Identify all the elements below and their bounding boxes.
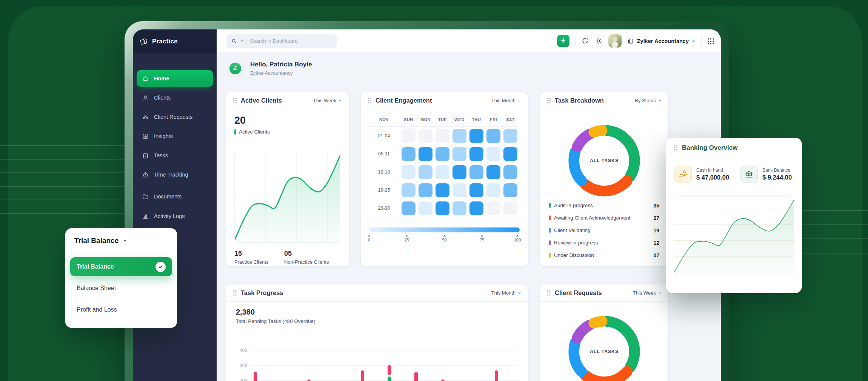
heatmap-cell bbox=[400, 199, 417, 217]
task-breakdown-filter[interactable]: By Status bbox=[635, 98, 662, 103]
scale-tick-label: 50 bbox=[442, 238, 446, 242]
drag-handle-icon[interactable] bbox=[233, 97, 237, 104]
client-requests-filter[interactable]: This Week bbox=[633, 290, 662, 296]
scale-marker-icon bbox=[481, 235, 483, 237]
settings-gear-icon[interactable] bbox=[595, 37, 603, 45]
active-clients-card: Active Clients This Week 20 Active Clien… bbox=[226, 92, 349, 267]
org-chevron-icon bbox=[692, 39, 696, 43]
report-dropdown: Trial Balance Trial BalanceBalance Sheet… bbox=[65, 228, 177, 328]
heatmap-cell-value bbox=[452, 165, 466, 179]
legend-swatch bbox=[549, 253, 551, 258]
heatmap-col-mon: MON bbox=[417, 112, 434, 127]
device-frame: Practice HomeClientsClient RequestsInsig… bbox=[125, 21, 729, 381]
legend-item-client-validating: Client Validating19 bbox=[549, 224, 659, 237]
practice-logo-icon bbox=[140, 37, 148, 46]
task-bar bbox=[388, 365, 391, 375]
heatmap-row-05-11: 05-11 bbox=[368, 145, 400, 163]
bank-balance-value: $ 9.244.00 bbox=[762, 174, 792, 181]
heatmap-row-12-18: 12-18 bbox=[368, 163, 400, 181]
heatmap-cell-value bbox=[452, 147, 466, 161]
heatmap-scale: 0255075100 bbox=[369, 227, 520, 246]
client-engagement-filter[interactable]: This Month bbox=[491, 98, 521, 103]
sidebar-item-activity-logs[interactable]: Activity Logs bbox=[137, 208, 213, 224]
search-icon bbox=[231, 38, 237, 44]
heatmap-cell-value bbox=[486, 201, 500, 215]
bank-icon bbox=[740, 166, 758, 183]
org-switcher[interactable]: Zylker Accountancy bbox=[627, 38, 696, 45]
heatmap-cell bbox=[451, 181, 468, 199]
heatmap-cell bbox=[417, 127, 434, 145]
heatmap-cell bbox=[451, 145, 468, 163]
sidebar-item-tasks[interactable]: Tasks bbox=[137, 147, 213, 164]
heatmap-scale-ticks: 0255075100 bbox=[369, 235, 520, 246]
heatmap-cell-value bbox=[419, 201, 432, 215]
cash-in-hand-label: Cash in hand bbox=[696, 167, 729, 173]
sidebar-item-time-tracking[interactable]: Time Tracking bbox=[137, 166, 213, 183]
user-avatar[interactable] bbox=[608, 34, 622, 48]
heatmap-cell bbox=[400, 181, 417, 199]
search-divider bbox=[246, 38, 247, 45]
sidebar-header: Practice bbox=[133, 29, 217, 54]
sidebar-item-home[interactable]: Home bbox=[137, 70, 213, 87]
drag-handle-icon[interactable] bbox=[674, 144, 678, 151]
client-requests-card: Client Requests This Week ALL TASKS bbox=[540, 284, 669, 381]
heatmap-cell bbox=[400, 163, 417, 181]
apps-grid-icon[interactable] bbox=[707, 38, 714, 45]
card-title: Active Clients bbox=[241, 97, 282, 104]
user-icon bbox=[142, 94, 149, 101]
search-scope-chevron-icon[interactable] bbox=[240, 39, 243, 43]
donut-center-label: ALL TASKS bbox=[567, 315, 641, 381]
legend-value: 12 bbox=[653, 240, 659, 246]
heatmap-col-sun: SUN bbox=[400, 112, 417, 127]
sidebar-item-client-requests[interactable]: Client Requests bbox=[137, 109, 213, 125]
non-practice-clients-label: Non-Practice Clients bbox=[284, 259, 329, 265]
sidebar-item-insights[interactable]: Insights bbox=[137, 128, 213, 144]
report-dropdown-header[interactable]: Trial Balance bbox=[65, 228, 177, 251]
legend-value: 19 bbox=[653, 227, 659, 234]
heatmap-cell bbox=[400, 127, 417, 145]
pending-tasks-label: Total Pending Tasks (480 Overdue) bbox=[236, 318, 528, 324]
quick-create-button[interactable] bbox=[557, 35, 569, 47]
engagement-heatmap: NOVSUNMONTUEWEDTHUFRISAT01-0405-1112-181… bbox=[361, 112, 528, 217]
report-option-label: Trial Balance bbox=[77, 263, 114, 270]
drag-handle-icon[interactable] bbox=[368, 97, 372, 104]
drag-handle-icon[interactable] bbox=[547, 290, 551, 296]
heatmap-cell-value bbox=[469, 165, 483, 179]
sidebar-nav: HomeClientsClient RequestsInsightsTasksT… bbox=[133, 54, 217, 227]
report-option-profit-and-loss[interactable]: Profit and Loss bbox=[70, 300, 172, 319]
search-input[interactable]: Search in Dashboard bbox=[226, 34, 337, 48]
task-progress-filter[interactable]: This Month bbox=[491, 290, 521, 296]
report-option-trial-balance[interactable]: Trial Balance bbox=[70, 257, 172, 276]
card-title: Task Breakdown bbox=[555, 97, 604, 104]
gridline bbox=[251, 380, 519, 381]
heatmap-cell bbox=[485, 163, 502, 181]
active-clients-filter[interactable]: This Week bbox=[313, 98, 342, 103]
heatmap-cell bbox=[434, 199, 451, 217]
report-option-balance-sheet[interactable]: Balance Sheet bbox=[70, 279, 172, 298]
heatmap-col-sat: SAT bbox=[502, 112, 519, 127]
task-bar-overdue bbox=[388, 376, 391, 381]
chevron-down-icon bbox=[123, 238, 127, 243]
notifications-icon[interactable] bbox=[581, 37, 589, 45]
task-bar bbox=[307, 379, 311, 381]
legend-value: 07 bbox=[653, 252, 659, 258]
legend-item-under-discussion: Under Discussion07 bbox=[549, 249, 659, 261]
drag-handle-icon[interactable] bbox=[547, 97, 551, 104]
chevron-down-icon bbox=[518, 99, 521, 102]
sidebar-item-documents[interactable]: Documents bbox=[137, 188, 213, 205]
card-title: Banking Overview bbox=[682, 144, 737, 152]
heatmap-row-01-04: 01-04 bbox=[368, 127, 400, 145]
drag-handle-icon[interactable] bbox=[233, 290, 237, 296]
heatmap-cell bbox=[451, 163, 468, 181]
heatmap-cell bbox=[417, 181, 434, 199]
heatmap-cell-value bbox=[486, 183, 500, 197]
sidebar-item-clients[interactable]: Clients bbox=[137, 89, 213, 106]
report-option-label: Profit and Loss bbox=[77, 306, 117, 313]
practice-clients-value: 15 bbox=[234, 250, 284, 258]
heatmap-cell-value bbox=[469, 201, 483, 215]
heatmap-cell bbox=[417, 145, 434, 163]
heatmap-col-tue: TUE bbox=[434, 112, 451, 127]
heatmap-cell-value bbox=[486, 129, 500, 143]
heatmap-cell bbox=[417, 163, 434, 181]
scale-tick-label: 25 bbox=[405, 238, 409, 242]
